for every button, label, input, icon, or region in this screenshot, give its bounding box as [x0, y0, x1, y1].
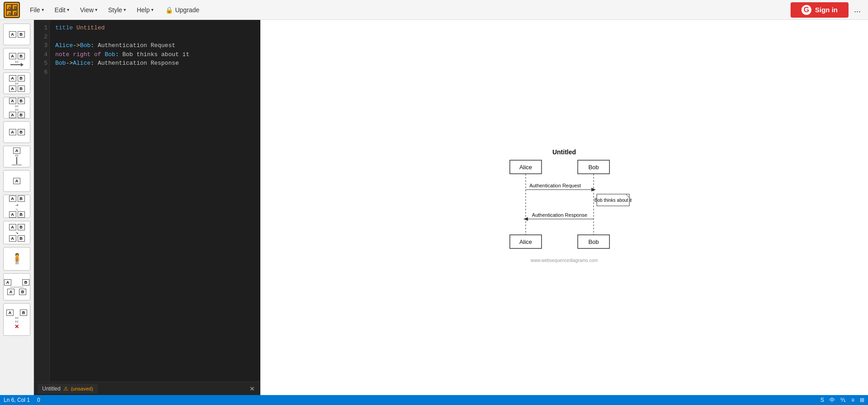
status-icon-s: S: [820, 397, 824, 403]
sidebar-item-ab-cross[interactable]: A B lnl lnl ✕: [3, 303, 30, 336]
tab-warning-icon: ⚠: [63, 386, 68, 392]
sidebar-item-ab-diagonal[interactable]: A B ↗ ↘ A B: [3, 195, 30, 218]
diagram-svg: Untitled Alice Bob Authentication Reques…: [496, 144, 632, 271]
mini-box-b: B: [18, 31, 25, 38]
menu-style[interactable]: Style ▾: [104, 5, 130, 15]
actor-alice-top: Alice: [519, 164, 532, 171]
menu-bar: A B A B File ▾ Edit ▾ View ▾ Style ▾ Hel…: [0, 0, 868, 20]
sidebar-item-a-to-b-create[interactable]: A B A B: [3, 273, 30, 300]
person-icon: 🧍: [11, 254, 23, 264]
sidebar-item-ab-diagonal2[interactable]: A B ↘ A B: [3, 221, 30, 244]
status-bar: Ln 6, Col 1 0 S 中 ⁰⁄₁ ≡ ⊞: [0, 395, 868, 405]
svg-text:B: B: [14, 11, 17, 16]
diagram-title: Untitled: [552, 148, 576, 156]
sidebar-item-ab[interactable]: A B: [3, 24, 30, 45]
status-icon-fraction: ⁰⁄₁: [840, 397, 846, 403]
actor-alice-bottom: Alice: [519, 238, 532, 245]
tab-close-button[interactable]: ✕: [248, 384, 257, 393]
actor-bob-bottom: Bob: [588, 238, 599, 245]
menu-edit[interactable]: Edit ▾: [50, 5, 74, 15]
note-bob-thinks: Bob thinks about it: [595, 198, 632, 203]
status-icon-menu: ≡: [851, 397, 854, 403]
sidebar-item-a-lifeline[interactable]: A: [3, 170, 30, 192]
lock-icon: 🔒: [165, 6, 173, 14]
watermark: www.websequencediagrams.com: [530, 258, 598, 263]
actor-bob-top: Bob: [588, 164, 599, 171]
menu-help[interactable]: Help ▾: [132, 5, 158, 15]
sidebar-item-ab-full[interactable]: A B: [3, 121, 30, 143]
col-indicator: 0: [37, 397, 40, 403]
code-content[interactable]: title Untitled Alice->Bob: Authenticatio…: [50, 20, 260, 381]
svg-text:B: B: [14, 5, 17, 10]
editor-area: 1 2 3 4 5 6 title Untitled Alice->Bob: A…: [34, 20, 260, 395]
svg-marker-17: [523, 217, 528, 221]
editor-tab-untitled[interactable]: Untitled ⚠ (unsaved): [38, 384, 98, 394]
menu-view[interactable]: View ▾: [76, 5, 102, 15]
msg-auth-request: Authentication Request: [529, 183, 581, 188]
sidebar-item-person[interactable]: 🧍: [3, 247, 30, 271]
tab-label: Untitled: [42, 386, 61, 392]
signin-button[interactable]: G Sign in: [791, 2, 849, 18]
tab-unsaved-label: (unsaved): [71, 386, 93, 391]
diagram-area: Untitled Alice Bob Authentication Reques…: [260, 20, 868, 395]
status-icon-grid: ⊞: [860, 397, 864, 403]
msg-auth-response: Authentication Response: [532, 212, 587, 218]
code-editor[interactable]: 1 2 3 4 5 6 title Untitled Alice->Bob: A…: [34, 20, 260, 381]
upgrade-button[interactable]: 🔒 Upgrade: [160, 5, 205, 15]
sidebar-item-ab-arrow[interactable]: A B lnl: [3, 48, 30, 70]
more-button[interactable]: ...: [850, 3, 864, 16]
sidebar-item-ab-text2[interactable]: A B lnl lnl A B: [3, 97, 30, 119]
status-icon-zh: 中: [830, 396, 835, 404]
main-content: A B A B lnl A B lnl: [0, 20, 868, 395]
left-sidebar: A B A B lnl A B lnl: [0, 20, 34, 395]
mini-box-a: A: [9, 31, 16, 38]
google-icon: G: [801, 5, 811, 15]
svg-text:A: A: [8, 11, 11, 16]
editor-tabs: Untitled ⚠ (unsaved) ✕: [34, 381, 260, 395]
sidebar-item-single-a[interactable]: A lnl: [3, 146, 30, 167]
line-numbers: 1 2 3 4 5 6: [34, 20, 50, 381]
menu-file[interactable]: File ▾: [25, 5, 48, 15]
app-logo[interactable]: A B A B: [4, 2, 20, 18]
sidebar-item-ab-text[interactable]: A B lnl A B: [3, 72, 30, 94]
status-right: S 中 ⁰⁄₁ ≡ ⊞: [820, 396, 864, 404]
cursor-position: Ln 6, Col 1: [4, 397, 30, 403]
svg-text:A: A: [8, 5, 11, 10]
